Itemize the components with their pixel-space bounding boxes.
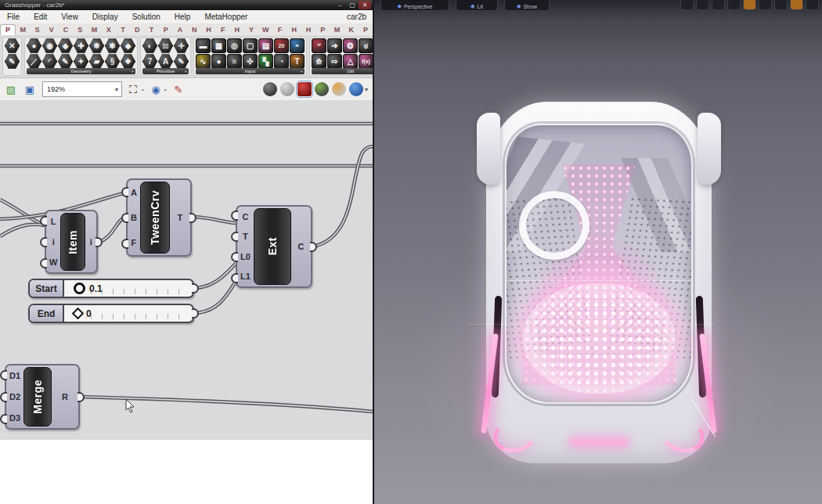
input-port-F[interactable]: [121, 239, 128, 249]
tree-icon[interactable]: ⟰: [312, 54, 326, 69]
plane-icon[interactable]: ◈: [58, 38, 73, 53]
category-tab-19[interactable]: F: [272, 25, 287, 35]
category-tab-22[interactable]: P: [315, 25, 330, 35]
menu-item-file[interactable]: File: [0, 13, 27, 21]
category-tab-7[interactable]: X: [102, 25, 116, 35]
viewport-tool-icon-8[interactable]: [806, 0, 819, 10]
save-file-icon[interactable]: ▣: [22, 81, 38, 97]
brep-icon[interactable]: ◆: [121, 38, 135, 53]
input-port-L0[interactable]: [231, 252, 238, 262]
gradient-icon[interactable]: ▤: [258, 38, 273, 53]
component-ext[interactable]: CTL0L1ExtC: [236, 205, 312, 288]
clock-icon[interactable]: ◔: [274, 54, 289, 69]
category-tab-14[interactable]: H: [201, 25, 215, 35]
category-tab-23[interactable]: M: [330, 25, 344, 35]
slider-track[interactable]: 0: [64, 305, 193, 322]
circle-icon[interactable]: ●: [27, 38, 41, 53]
bool-icon[interactable]: ✛: [174, 38, 189, 53]
category-tab-16[interactable]: H: [230, 25, 244, 35]
caret-icon[interactable]: •: [142, 86, 144, 93]
toggle-icon[interactable]: ●: [211, 54, 226, 69]
panel-icon[interactable]: ▢: [243, 38, 258, 53]
slider-icon[interactable]: ▬: [196, 38, 211, 53]
no-preview-icon[interactable]: [263, 82, 277, 96]
cancel-hex-icon[interactable]: ✕: [5, 38, 20, 53]
input-port-D2[interactable]: [0, 392, 7, 402]
surface-icon[interactable]: ▰: [89, 54, 104, 69]
twist-icon[interactable]: §: [105, 54, 120, 69]
category-tab-9[interactable]: D: [130, 25, 144, 35]
mesh-icon[interactable]: ✱: [105, 38, 120, 53]
title-bar[interactable]: Grasshopper - car2b* – ▢ ✕: [0, 0, 373, 10]
menu-item-metahopper[interactable]: MetaHopper: [197, 13, 254, 21]
minimize-button[interactable]: –: [333, 1, 346, 9]
menu-item-view[interactable]: View: [54, 13, 85, 21]
fx-icon[interactable]: f(x): [359, 54, 373, 69]
input-port-i[interactable]: [40, 237, 47, 247]
wire-preview-icon[interactable]: [280, 82, 294, 96]
preview-eye-icon[interactable]: ◉: [148, 81, 164, 97]
atom-icon[interactable]: ✣: [243, 54, 258, 69]
menu-item-solution[interactable]: Solution: [125, 13, 168, 21]
panda-icon[interactable]: ಠ: [359, 38, 373, 53]
blue-sphere-icon[interactable]: [349, 82, 363, 96]
arrow-icon[interactable]: ⇨: [327, 54, 342, 69]
category-tab-5[interactable]: S: [73, 25, 87, 35]
wire[interactable]: [312, 146, 373, 247]
input-port-A[interactable]: [121, 187, 128, 197]
data-dam-icon[interactable]: ❂: [343, 38, 358, 53]
category-tab-21[interactable]: H: [301, 25, 315, 35]
category-tab-12[interactable]: A: [173, 25, 187, 35]
viewport-button-perspective[interactable]: ◆Perspective: [380, 0, 449, 11]
graph-icon[interactable]: ▦: [211, 38, 226, 53]
category-tab-18[interactable]: W: [258, 25, 272, 35]
slider-knob[interactable]: [74, 283, 85, 294]
shaded-preview-icon[interactable]: [297, 82, 312, 96]
close-button[interactable]: ✕: [359, 1, 371, 9]
star-icon[interactable]: ✦: [74, 54, 88, 69]
menu-item-help[interactable]: Help: [168, 13, 198, 21]
category-tab-15[interactable]: F: [216, 25, 230, 35]
viewport-tool-icon-6[interactable]: [774, 0, 788, 10]
zoom-extents-icon[interactable]: ⛶: [125, 81, 141, 97]
text-tag-icon[interactable]: T: [290, 54, 305, 69]
category-tab-3[interactable]: V: [45, 25, 59, 35]
flask-icon[interactable]: △: [343, 54, 358, 69]
slider-end[interactable]: End0: [28, 304, 194, 323]
slider-start[interactable]: Start0.1: [28, 279, 194, 298]
category-tab-0[interactable]: P: [0, 24, 16, 35]
import-icon[interactable]: ▚: [258, 54, 273, 69]
slider-track[interactable]: 0.1: [64, 280, 193, 297]
category-tab-2[interactable]: S: [30, 25, 44, 35]
input-port-D1[interactable]: [0, 370, 7, 380]
pair-icon[interactable]: ▯▯: [158, 38, 173, 53]
wire[interactable]: [196, 264, 236, 288]
caret-icon[interactable]: •: [164, 86, 167, 93]
viewport-tool-icon-3[interactable]: [727, 0, 741, 10]
viewport-tool-icon-5[interactable]: [759, 0, 772, 10]
list-icon[interactable]: ≡: [227, 54, 242, 69]
snow-icon[interactable]: ❋: [89, 38, 104, 53]
category-tab-4[interactable]: C: [59, 25, 73, 35]
category-tab-10[interactable]: T: [144, 25, 158, 35]
category-tab-17[interactable]: Y: [244, 25, 258, 35]
arc-icon[interactable]: ◜: [42, 54, 57, 69]
component-item[interactable]: LiWItemi: [45, 210, 98, 274]
open-file-icon[interactable]: ▨: [3, 81, 19, 97]
expand-group-icon[interactable]: +: [300, 68, 303, 74]
input-port-L[interactable]: [40, 216, 47, 226]
viewport-tool-icon-1[interactable]: [696, 0, 709, 10]
seven-icon[interactable]: 7: [142, 54, 157, 69]
zoom-level-combobox[interactable]: 192% ▾: [42, 81, 122, 97]
only-draw-icon[interactable]: [315, 82, 329, 96]
sketch-hex-icon[interactable]: ✎: [5, 54, 20, 69]
category-tab-20[interactable]: H: [287, 25, 301, 35]
ellipse-icon[interactable]: ◉: [42, 38, 57, 53]
category-tab-11[interactable]: P: [159, 25, 173, 35]
viewport-button-show[interactable]: ◆Show: [504, 0, 550, 11]
category-tab-6[interactable]: M: [87, 25, 101, 35]
knob-icon[interactable]: ◎: [227, 38, 242, 53]
null-icon[interactable]: ◐: [142, 38, 157, 53]
pen-icon[interactable]: ✎: [174, 54, 189, 69]
input-port-L1[interactable]: [231, 273, 238, 283]
